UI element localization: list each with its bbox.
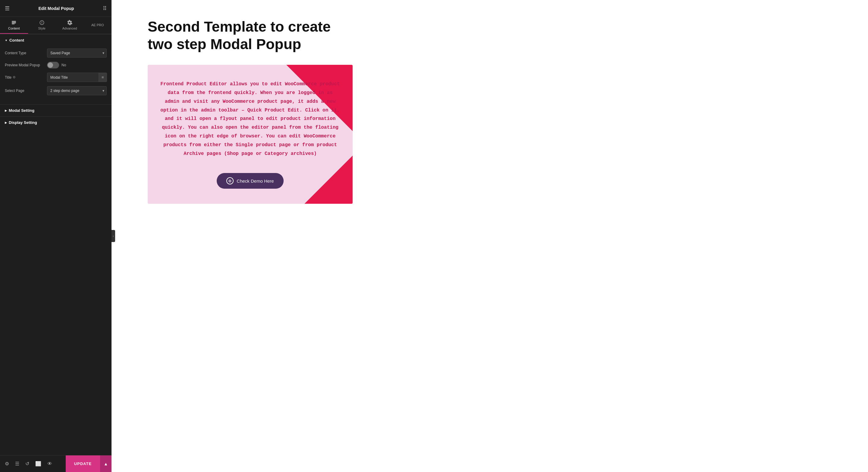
select-page-select-wrapper: 2 step demo page Demo Page 1 Demo Page 2 xyxy=(47,86,107,95)
update-btn-wrapper: UPDATE ▲ xyxy=(66,455,112,472)
layers-icon[interactable]: ☰ xyxy=(15,461,19,467)
preview-modal-row: Preview Modal Popup No xyxy=(5,62,107,68)
preview-icon[interactable]: 👁 xyxy=(47,461,52,467)
tab-ae-pro[interactable]: AE PRO xyxy=(84,17,112,34)
modal-setting-label: Modal Setting xyxy=(9,108,34,113)
content-type-select-wrapper: Saved Page Custom Content Template xyxy=(47,49,107,58)
demo-card: Frontend Product Editor allows you to ed… xyxy=(148,65,352,204)
toggle-no-label: No xyxy=(61,63,66,67)
modal-setting-section: ▶ Modal Setting xyxy=(0,104,112,116)
select-page-select[interactable]: 2 step demo page Demo Page 1 Demo Page 2 xyxy=(47,86,107,95)
collapse-handle-icon: ‹ xyxy=(113,234,114,238)
sidebar: ☰ Edit Modal Popup ⠿ Content Style Advan… xyxy=(0,0,112,472)
grid-icon[interactable]: ⠿ xyxy=(103,5,107,12)
content-type-control: Saved Page Custom Content Template xyxy=(47,49,107,58)
bottom-icons: ⚙ ☰ ↺ ⬜ 👁 xyxy=(0,461,66,467)
modal-setting-header[interactable]: ▶ Modal Setting xyxy=(0,104,112,116)
tab-style-label: Style xyxy=(38,27,45,30)
modal-setting-collapse-icon: ▶ xyxy=(5,109,7,112)
toggle-knob xyxy=(48,62,53,68)
check-demo-button[interactable]: ⊕ Check Demo Here xyxy=(217,173,283,189)
preview-modal-control: No xyxy=(47,62,107,68)
preview-modal-toggle[interactable] xyxy=(47,62,59,68)
content-type-select[interactable]: Saved Page Custom Content Template xyxy=(47,49,107,58)
demo-btn-wrapper: ⊕ Check Demo Here xyxy=(160,173,341,189)
select-page-label: Select Page xyxy=(5,89,47,93)
content-section: ▼ Content Content Type Saved Page Custom… xyxy=(0,34,112,104)
title-row: Title ⚙ ≡ xyxy=(5,73,107,82)
content-type-label: Content Type xyxy=(5,51,47,55)
update-button[interactable]: UPDATE xyxy=(66,455,100,472)
toggle-wrapper: No xyxy=(47,62,107,68)
title-label: Title ⚙ xyxy=(5,75,47,80)
tab-style[interactable]: Style xyxy=(28,17,56,34)
sidebar-header: ☰ Edit Modal Popup ⠿ xyxy=(0,0,112,17)
tab-ae-pro-label: AE PRO xyxy=(91,23,104,27)
display-setting-section: ▶ Display Setting xyxy=(0,116,112,128)
responsive-icon[interactable]: ⬜ xyxy=(35,461,41,467)
display-setting-collapse-icon: ▶ xyxy=(5,121,7,124)
tab-content-label: Content xyxy=(8,27,20,30)
page-title: Second Template to create two step Modal… xyxy=(148,18,359,53)
sidebar-collapse-handle[interactable]: ‹ xyxy=(112,230,115,242)
title-input-wrapper: ≡ xyxy=(47,73,107,82)
title-input[interactable] xyxy=(47,73,98,82)
hamburger-icon[interactable]: ☰ xyxy=(5,5,10,12)
display-setting-label: Display Setting xyxy=(9,120,37,125)
sidebar-bottom: ⚙ ☰ ↺ ⬜ 👁 UPDATE ▲ xyxy=(0,455,112,472)
title-settings-icon[interactable]: ⚙ xyxy=(13,75,16,79)
display-setting-header[interactable]: ▶ Display Setting xyxy=(0,117,112,128)
tab-advanced-label: Advanced xyxy=(62,27,77,30)
content-section-header[interactable]: ▼ Content xyxy=(0,34,112,46)
settings-icon[interactable]: ⚙ xyxy=(5,461,9,467)
demo-btn-circle-icon: ⊕ xyxy=(226,177,234,185)
main-content: Second Template to create two step Modal… xyxy=(112,0,868,472)
sidebar-tabs: Content Style Advanced AE PRO xyxy=(0,17,112,34)
tab-content[interactable]: Content xyxy=(0,17,28,34)
preview-modal-label: Preview Modal Popup xyxy=(5,63,47,67)
tab-advanced[interactable]: Advanced xyxy=(56,17,84,34)
title-icon-btn[interactable]: ≡ xyxy=(98,73,107,82)
content-section-label: Content xyxy=(9,38,24,42)
content-collapse-icon: ▼ xyxy=(5,39,7,42)
sidebar-title: Edit Modal Popup xyxy=(38,6,74,11)
sidebar-content: ▼ Content Content Type Saved Page Custom… xyxy=(0,34,112,472)
update-chevron-button[interactable]: ▲ xyxy=(100,455,112,472)
demo-btn-label: Check Demo Here xyxy=(237,179,274,184)
history-icon[interactable]: ↺ xyxy=(25,461,29,467)
demo-card-text: Frontend Product Editor allows you to ed… xyxy=(160,80,341,158)
select-page-control: 2 step demo page Demo Page 1 Demo Page 2 xyxy=(47,86,107,95)
content-type-row: Content Type Saved Page Custom Content T… xyxy=(5,49,107,58)
title-control: ≡ xyxy=(47,73,107,82)
select-page-row: Select Page 2 step demo page Demo Page 1… xyxy=(5,86,107,95)
content-section-body: Content Type Saved Page Custom Content T… xyxy=(0,46,112,104)
